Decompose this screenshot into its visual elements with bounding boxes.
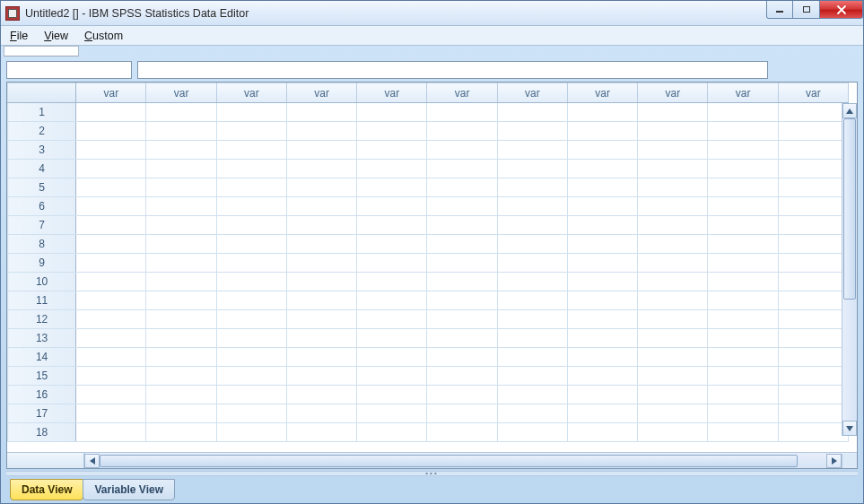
data-cell[interactable] (286, 197, 356, 216)
corner-header[interactable] (8, 83, 76, 103)
data-grid[interactable]: varvarvarvarvarvarvarvarvarvarvar 123456… (7, 83, 857, 452)
data-cell[interactable] (778, 329, 848, 348)
data-cell[interactable] (778, 367, 848, 386)
data-cell[interactable] (778, 404, 848, 423)
row-header[interactable]: 17 (8, 404, 76, 423)
data-cell[interactable] (76, 423, 146, 442)
data-cell[interactable] (638, 160, 708, 178)
row-header[interactable]: 11 (8, 291, 76, 310)
data-cell[interactable] (567, 423, 637, 442)
menu-view[interactable]: View (44, 30, 68, 42)
data-cell[interactable] (146, 197, 216, 216)
data-cell[interactable] (708, 216, 778, 235)
data-cell[interactable] (708, 103, 778, 122)
toolbar-blank-button[interactable] (4, 46, 79, 56)
data-cell[interactable] (76, 348, 146, 367)
data-cell[interactable] (216, 254, 286, 273)
data-cell[interactable] (357, 329, 427, 348)
data-cell[interactable] (76, 273, 146, 291)
cell-value-box[interactable] (137, 61, 768, 79)
data-cell[interactable] (146, 404, 216, 423)
data-cell[interactable] (497, 141, 567, 160)
data-cell[interactable] (708, 254, 778, 273)
data-cell[interactable] (497, 273, 567, 291)
data-cell[interactable] (76, 122, 146, 141)
row-header[interactable]: 10 (8, 273, 76, 291)
data-cell[interactable] (778, 160, 848, 178)
data-cell[interactable] (427, 160, 497, 178)
vertical-scrollbar[interactable] (842, 103, 857, 436)
data-cell[interactable] (216, 197, 286, 216)
column-header[interactable]: var (76, 83, 146, 103)
data-cell[interactable] (778, 197, 848, 216)
data-cell[interactable] (708, 329, 778, 348)
data-cell[interactable] (216, 273, 286, 291)
data-cell[interactable] (76, 310, 146, 329)
data-cell[interactable] (778, 103, 848, 122)
row-header[interactable]: 13 (8, 329, 76, 348)
data-cell[interactable] (708, 141, 778, 160)
maximize-button[interactable] (793, 1, 820, 19)
data-cell[interactable] (286, 348, 356, 367)
data-cell[interactable] (497, 216, 567, 235)
tab-variable-view[interactable]: Variable View (83, 479, 175, 500)
data-cell[interactable] (427, 197, 497, 216)
data-cell[interactable] (567, 404, 637, 423)
data-cell[interactable] (638, 197, 708, 216)
data-cell[interactable] (778, 291, 848, 310)
data-cell[interactable] (567, 103, 637, 122)
data-cell[interactable] (357, 160, 427, 178)
data-cell[interactable] (146, 216, 216, 235)
scroll-up-button[interactable] (842, 103, 857, 118)
data-cell[interactable] (286, 235, 356, 254)
data-cell[interactable] (76, 216, 146, 235)
data-cell[interactable] (286, 178, 356, 197)
data-cell[interactable] (567, 386, 637, 404)
data-cell[interactable] (778, 273, 848, 291)
column-header[interactable]: var (286, 83, 356, 103)
data-cell[interactable] (216, 160, 286, 178)
data-cell[interactable] (638, 254, 708, 273)
data-cell[interactable] (778, 141, 848, 160)
data-cell[interactable] (146, 329, 216, 348)
data-cell[interactable] (427, 216, 497, 235)
data-cell[interactable] (76, 329, 146, 348)
row-header[interactable]: 9 (8, 254, 76, 273)
data-cell[interactable] (286, 160, 356, 178)
hscroll-thumb[interactable] (100, 455, 798, 467)
data-cell[interactable] (286, 141, 356, 160)
data-cell[interactable] (216, 178, 286, 197)
data-cell[interactable] (286, 273, 356, 291)
data-cell[interactable] (778, 216, 848, 235)
data-cell[interactable] (146, 291, 216, 310)
data-cell[interactable] (638, 235, 708, 254)
data-cell[interactable] (567, 273, 637, 291)
row-header[interactable]: 15 (8, 367, 76, 386)
data-cell[interactable] (638, 141, 708, 160)
hscroll-track[interactable] (100, 454, 826, 468)
data-cell[interactable] (357, 423, 427, 442)
data-cell[interactable] (638, 310, 708, 329)
data-cell[interactable] (216, 423, 286, 442)
data-cell[interactable] (567, 291, 637, 310)
scroll-left-button[interactable] (84, 454, 100, 468)
data-cell[interactable] (708, 235, 778, 254)
data-cell[interactable] (708, 160, 778, 178)
data-cell[interactable] (357, 273, 427, 291)
column-header[interactable]: var (216, 83, 286, 103)
data-cell[interactable] (286, 291, 356, 310)
data-cell[interactable] (76, 386, 146, 404)
data-cell[interactable] (497, 160, 567, 178)
data-cell[interactable] (286, 216, 356, 235)
data-cell[interactable] (638, 423, 708, 442)
data-cell[interactable] (146, 386, 216, 404)
data-cell[interactable] (146, 235, 216, 254)
data-cell[interactable] (286, 404, 356, 423)
data-cell[interactable] (567, 329, 637, 348)
data-cell[interactable] (778, 235, 848, 254)
data-cell[interactable] (76, 367, 146, 386)
data-cell[interactable] (567, 348, 637, 367)
data-cell[interactable] (497, 291, 567, 310)
data-cell[interactable] (286, 103, 356, 122)
column-header[interactable]: var (427, 83, 497, 103)
